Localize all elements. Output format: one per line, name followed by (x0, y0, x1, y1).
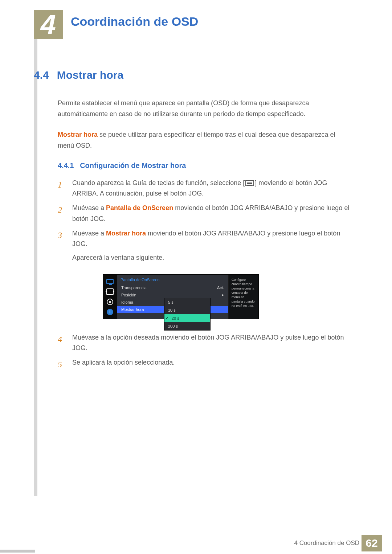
osd-option: 10 s (164, 306, 210, 314)
osd-row-label: Mostrar hora (121, 307, 144, 312)
osd-row-label: Posición (121, 293, 136, 297)
osd-row-posicion: Posición ▸ (117, 291, 228, 299)
monitor-icon (106, 278, 114, 285)
step-5: 5 Se aplicará la opción seleccionada. (58, 357, 350, 372)
osd-options-popup: 5 s 10 s 20 s 200 s (164, 298, 211, 331)
osd-help-panel: Configure cuánto tiempo permanecerá la v… (229, 275, 258, 319)
step-3: 3 Muévase a Mostrar hora moviendo el bot… (58, 228, 350, 263)
step-3-tail: Aparecerá la ventana siguiente. (72, 254, 164, 261)
intro2-emphasis: Mostrar hora (58, 131, 98, 138)
step-number: 1 (58, 178, 64, 199)
footer-chapter-label: 4 Coordinación de OSD (294, 539, 359, 547)
osd-main-panel: Pantalla de OnScreen Transparencia Act. … (117, 275, 229, 319)
chevron-right-icon: ▸ (222, 293, 224, 297)
osd-option-label: 5 s (168, 300, 173, 304)
section-title: Mostrar hora (57, 69, 123, 81)
osd-screenshot: i Pantalla de OnScreen Transparencia Act… (103, 274, 259, 319)
osd-row-label: Idioma (121, 300, 133, 304)
gear-icon (106, 299, 114, 305)
subsection-title: Configuración de Mostrar hora (80, 161, 186, 169)
step-2-emphasis: Pantalla de OnScreen (106, 204, 173, 212)
osd-option-selected: 20 s (164, 314, 210, 322)
step-1: 1 Cuando aparezca la Guía de teclas de f… (58, 178, 350, 199)
step-number: 4 (58, 332, 64, 354)
step-5-text: Se aplicará la opción seleccionada. (72, 357, 350, 372)
osd-row-value: Act. (217, 286, 224, 290)
osd-row-label: Transparencia (121, 286, 147, 290)
osd-row-transparencia: Transparencia Act. (117, 284, 228, 291)
page-number: 62 (362, 535, 382, 551)
osd-option-label: 10 s (168, 308, 176, 312)
subsection-number: 4.4.1 (58, 161, 74, 169)
info-icon: i (106, 309, 114, 315)
step-number: 5 (58, 357, 64, 372)
page-footer: 4 Coordinación de OSD 62 (0, 534, 392, 553)
menu-icon (245, 180, 254, 186)
step-2-pre: Muévase a (72, 204, 106, 212)
osd-option-label: 200 s (168, 324, 178, 328)
section-heading: 4.4 Mostrar hora (34, 69, 350, 81)
step-3-pre: Muévase a (72, 230, 106, 237)
section-number: 4.4 (34, 69, 49, 81)
intro-paragraph-1: Permite establecer el menú que aparece e… (58, 98, 350, 119)
osd-option: 200 s (164, 322, 210, 330)
chapter-title: Coordinación de OSD (71, 15, 198, 29)
osd-option: 5 s (164, 298, 210, 306)
chapter-number-badge: 4 (34, 10, 63, 39)
step-number: 2 (58, 203, 64, 224)
step-2: 2 Muévase a Pantalla de OnScreen moviend… (58, 203, 350, 224)
step-1-pre: Cuando aparezca la Guía de teclas de fun… (72, 179, 245, 186)
step-3-emphasis: Mostrar hora (106, 230, 146, 237)
intro2-text: se puede utilizar para especificar el ti… (58, 131, 335, 149)
osd-option-label: 20 s (172, 316, 179, 320)
osd-sidebar: i (103, 275, 117, 319)
step-4: 4 Muévase a la opción deseada moviendo e… (58, 332, 350, 354)
osd-header: Pantalla de OnScreen (117, 275, 228, 284)
subsection-heading: 4.4.1 Configuración de Mostrar hora (58, 161, 350, 170)
footer-bar (0, 550, 35, 553)
step-list-cont: 4 Muévase a la opción deseada moviendo e… (58, 332, 350, 372)
step-number: 3 (58, 228, 64, 263)
step-4-text: Muévase a la opción deseada moviendo el … (72, 332, 350, 354)
step-list: 1 Cuando aparezca la Guía de teclas de f… (58, 178, 350, 263)
intro-paragraph-2: Mostrar hora se puede utilizar para espe… (58, 130, 350, 151)
expand-icon (106, 288, 114, 295)
